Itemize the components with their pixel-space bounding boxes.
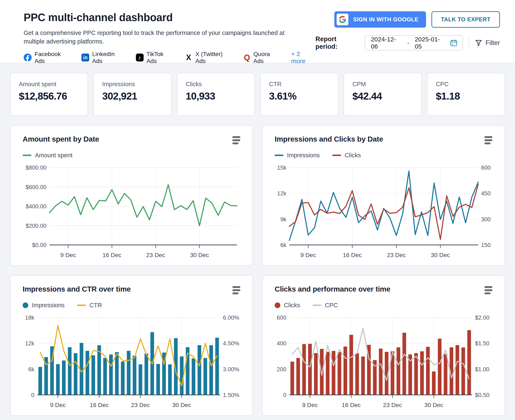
- platform-label: LinkedIn Ads: [92, 51, 125, 64]
- chart-card-impressions-clicks: Impressions and Clicks by Date Impressio…: [262, 125, 505, 266]
- svg-text:12k: 12k: [25, 340, 35, 347]
- kpi-card-cpm: CPM $42.44: [344, 73, 422, 116]
- more-platforms-link[interactable]: + 2 more: [291, 50, 315, 65]
- funnel-icon: [475, 39, 482, 46]
- svg-text:$600.00: $600.00: [26, 184, 46, 190]
- svg-text:$2.00: $2.00: [475, 314, 490, 321]
- legend-swatch: [275, 155, 284, 156]
- header-buttons: SIGN IN WITH GOOGLE TALK TO EXPERT: [334, 11, 500, 28]
- chart-menu-icon[interactable]: [232, 136, 240, 144]
- legend-item-amount-spent[interactable]: Amount spent: [23, 152, 72, 159]
- chart-menu-icon[interactable]: [484, 286, 492, 294]
- chart-legend: ClicksCPC: [275, 302, 492, 309]
- kpi-label: CTR: [269, 81, 329, 88]
- series-clicks-bars: [290, 330, 471, 395]
- report-period-row: Report period: 2024-12-06 - 2025-01-05 F…: [315, 35, 500, 50]
- legend-label: Amount spent: [35, 152, 72, 159]
- chart-card-clicks-performance: Clicks and performance over time ClicksC…: [262, 275, 505, 416]
- svg-text:23 Dec: 23 Dec: [146, 252, 165, 258]
- svg-text:$1.50: $1.50: [475, 340, 490, 347]
- svg-text:23 Dec: 23 Dec: [131, 402, 150, 408]
- platform-label: Facebook Ads: [35, 51, 71, 64]
- svg-text:30 Dec: 30 Dec: [424, 402, 443, 408]
- platform-facebook-ads: Facebook Ads: [24, 51, 71, 64]
- charts-grid: Amount spent by Date Amount spent $0.00$…: [0, 125, 515, 416]
- legend-label: Impressions: [32, 302, 64, 309]
- svg-text:30 Dec: 30 Dec: [172, 402, 191, 408]
- talk-to-expert-button[interactable]: TALK TO EXPERT: [431, 11, 500, 28]
- platform-quora-ads: Q Quora Ads: [244, 51, 281, 64]
- header-right: SIGN IN WITH GOOGLE TALK TO EXPERT Repor…: [315, 11, 500, 63]
- platform-label: X (Twitter) Ads: [195, 51, 233, 64]
- svg-text:0: 0: [283, 392, 286, 398]
- clicks-performance-chart: 0200400600$0.50$1.00$1.50$2.009 Dec16 De…: [275, 312, 492, 416]
- filter-label: Filter: [485, 39, 500, 47]
- kpi-label: Amount spent: [19, 81, 79, 88]
- chart-legend: Amount spent: [23, 152, 240, 159]
- svg-text:$1.00: $1.00: [475, 366, 490, 373]
- svg-text:600: 600: [481, 165, 491, 171]
- svg-text:9 Dec: 9 Dec: [302, 402, 318, 408]
- google-icon: [337, 14, 348, 25]
- google-button-label: SIGN IN WITH GOOGLE: [353, 16, 418, 23]
- svg-text:30 Dec: 30 Dec: [190, 252, 209, 258]
- kpi-value: $12,856.76: [19, 90, 79, 102]
- legend-label: Clicks: [345, 152, 361, 159]
- svg-text:1.50%: 1.50%: [223, 392, 239, 398]
- legend-item-impressions[interactable]: Impressions: [23, 302, 64, 309]
- legend-item-impressions[interactable]: Impressions: [275, 152, 320, 159]
- kpi-row: Amount spent $12,856.76 Impressions 302,…: [0, 73, 515, 116]
- svg-text:9 Dec: 9 Dec: [60, 252, 76, 258]
- chart-legend: ImpressionsClicks: [275, 152, 492, 159]
- tiktok-icon: ♪: [136, 53, 144, 61]
- legend-swatch: [275, 302, 280, 308]
- kpi-label: CPM: [352, 81, 413, 88]
- series-amount spent-line: [49, 185, 237, 226]
- series-impressions-bars: [38, 332, 219, 395]
- filter-button[interactable]: Filter: [475, 39, 500, 47]
- legend-item-clicks[interactable]: Clicks: [275, 302, 300, 309]
- chart-title: Clicks and performance over time: [275, 285, 391, 293]
- svg-text:600: 600: [277, 314, 286, 321]
- kpi-value: 302,921: [102, 90, 162, 102]
- page-subtitle: Get a comprehensive PPC reporting tool t…: [24, 29, 302, 46]
- main: Amount spent $12,856.76 Impressions 302,…: [0, 73, 515, 416]
- linkedin-icon: in: [81, 53, 89, 61]
- date-range-input[interactable]: 2024-12-06 - 2025-01-05: [365, 35, 463, 50]
- svg-text:12k: 12k: [277, 190, 287, 197]
- svg-text:16 Dec: 16 Dec: [90, 402, 109, 408]
- date-from: 2024-12-06: [371, 36, 402, 50]
- legend-swatch: [332, 155, 341, 156]
- svg-text:450: 450: [481, 190, 491, 197]
- header: PPC multi-channel dashboard Get a compre…: [0, 0, 515, 63]
- chart-menu-icon[interactable]: [484, 136, 492, 144]
- x-twitter-icon: X: [185, 53, 192, 62]
- legend-item-ctr[interactable]: CTR: [77, 302, 102, 309]
- svg-text:$0.00: $0.00: [32, 242, 46, 248]
- sign-in-google-button[interactable]: SIGN IN WITH GOOGLE: [334, 11, 426, 28]
- svg-text:400: 400: [277, 340, 286, 347]
- page-title: PPC multi-channel dashboard: [24, 11, 315, 24]
- legend-label: Impressions: [287, 152, 320, 159]
- chart-menu-icon[interactable]: [232, 286, 240, 294]
- chart-card-impressions-ctr: Impressions and CTR over time Impression…: [10, 275, 253, 416]
- legend-item-clicks[interactable]: Clicks: [332, 152, 361, 159]
- date-separator: -: [407, 39, 409, 46]
- chart-title: Impressions and CTR over time: [23, 285, 131, 293]
- svg-text:150: 150: [481, 242, 491, 248]
- kpi-card-clicks: Clicks 10,933: [177, 73, 255, 116]
- kpi-label: Clicks: [186, 81, 246, 88]
- svg-text:4.50%: 4.50%: [223, 340, 239, 347]
- kpi-card-amount-spent: Amount spent $12,856.76: [10, 73, 88, 116]
- kpi-card-ctr: CTR 3.61%: [260, 73, 338, 116]
- chart-card-amount-spent: Amount spent by Date Amount spent $0.00$…: [10, 125, 253, 266]
- quora-icon: Q: [244, 53, 250, 62]
- legend-item-cpc[interactable]: CPC: [313, 302, 338, 309]
- svg-text:6k: 6k: [280, 242, 286, 248]
- platform-label: Quora Ads: [253, 51, 281, 64]
- svg-text:16 Dec: 16 Dec: [103, 252, 121, 258]
- impressions-clicks-chart: 6k9k12k15k1503004506009 Dec16 Dec23 Dec3…: [275, 162, 492, 266]
- svg-text:3.00%: 3.00%: [223, 366, 239, 373]
- svg-text:0: 0: [31, 392, 34, 398]
- kpi-card-impressions: Impressions 302,921: [93, 73, 171, 116]
